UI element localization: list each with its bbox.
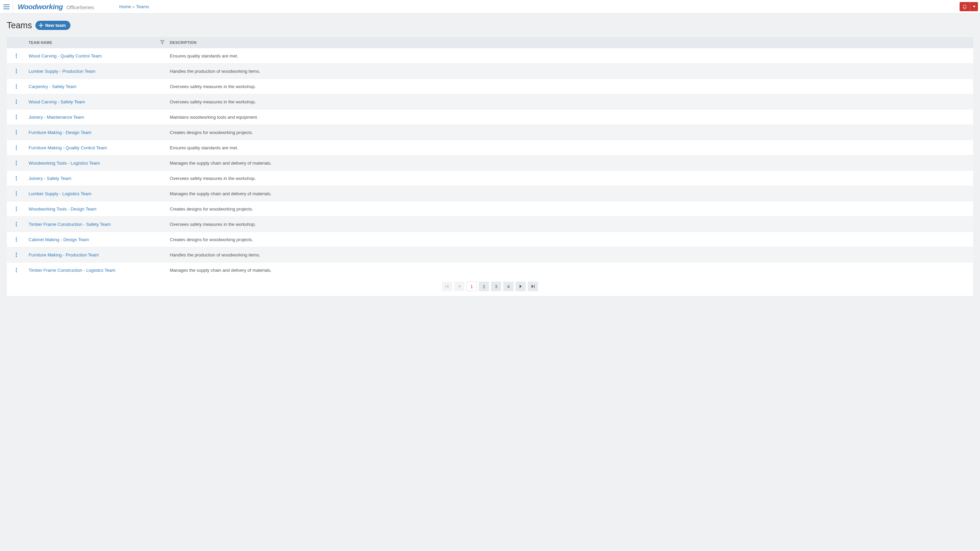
page-3[interactable]: 3 [491,282,501,291]
team-link[interactable]: Cabinet Making - Design Team [29,237,89,242]
svg-point-6 [16,55,17,56]
svg-point-32 [16,191,17,192]
plus-icon [39,23,43,27]
page-1[interactable]: 1 [466,282,477,291]
team-description-cell: Oversees safety measures in the workshop… [167,94,973,110]
menu-toggle[interactable] [0,0,13,14]
alerts-dropdown[interactable] [970,2,978,11]
svg-point-7 [16,57,17,58]
table-row: Furniture Making - Production TeamHandle… [7,247,973,263]
breadcrumb-separator: » [132,5,135,9]
svg-point-33 [16,193,17,194]
row-actions-cell [7,48,26,64]
svg-point-8 [16,69,17,70]
dots-vertical-icon [16,99,17,104]
team-description-cell: Oversees safety measures in the workshop… [167,79,973,94]
page-next[interactable] [515,282,526,291]
team-name-cell: Woodworking Tools - Design Team [26,202,167,217]
last-page-icon [531,285,535,288]
team-link[interactable]: Lumber Supply - Production Team [29,69,95,74]
team-name-cell: Lumber Supply - Production Team [26,64,167,79]
dots-vertical-icon [16,84,17,89]
brand-suffix: OfficeSeries [66,5,94,10]
team-name-cell: Furniture Making - Quality Control Team [26,140,167,156]
team-description-cell: Manages the supply chain and delivery of… [167,186,973,202]
svg-point-38 [16,222,17,223]
table-row: Furniture Making - Design TeamCreates de… [7,125,973,140]
table-row: Woodworking Tools - Design TeamCreates d… [7,202,973,217]
table-row: Timber Frame Construction - Logistics Te… [7,263,973,278]
next-page-icon [519,285,522,288]
page-header: Teams New team [7,21,973,30]
row-menu-button[interactable] [13,251,20,258]
team-link[interactable]: Joinery - Maintenance Team [29,114,84,120]
page-2[interactable]: 2 [479,282,489,291]
team-link[interactable]: Lumber Supply - Logistics Team [29,191,92,196]
svg-rect-4 [39,25,43,26]
page-first[interactable] [442,282,452,291]
dots-vertical-icon [16,237,17,242]
table-row: Wood Carving - Quality Control TeamEnsur… [7,48,973,64]
team-link[interactable]: Carpentry - Safety Team [29,84,76,89]
svg-point-37 [16,210,17,211]
team-link[interactable]: Furniture Making - Design Team [29,130,92,135]
team-link[interactable]: Timber Frame Construction - Logistics Te… [29,268,115,273]
svg-point-22 [16,133,17,134]
new-team-button[interactable]: New team [35,21,71,30]
svg-rect-1 [3,6,10,7]
breadcrumb: Home » Teams [119,4,149,9]
brand-name: Woodworking [18,3,63,11]
svg-point-44 [16,252,17,253]
row-menu-button[interactable] [13,144,20,151]
new-team-label: New team [45,23,66,28]
row-menu-button[interactable] [13,175,20,182]
row-menu-button[interactable] [13,205,20,212]
row-menu-button[interactable] [13,83,20,90]
row-menu-button[interactable] [13,98,20,105]
dots-vertical-icon [16,268,17,272]
team-link[interactable]: Wood Carving - Quality Control Team [29,53,102,59]
row-menu-button[interactable] [13,190,20,197]
row-menu-button[interactable] [13,267,20,273]
column-description[interactable]: Description [167,37,973,48]
row-menu-button[interactable] [13,159,20,166]
team-description-cell: Handles the production of woodworking it… [167,247,973,263]
svg-rect-2 [3,8,10,9]
column-team-name[interactable]: Team Name [26,37,167,48]
svg-point-46 [16,256,17,257]
svg-point-41 [16,237,17,238]
team-link[interactable]: Timber Frame Construction - Safety Team [29,222,111,227]
team-link[interactable]: Wood Carving - Safety Team [29,99,85,105]
filter-button[interactable] [160,40,164,45]
row-menu-button[interactable] [13,68,20,75]
team-description-cell: Manages the supply chain and delivery of… [167,263,973,278]
svg-point-34 [16,195,17,195]
row-menu-button[interactable] [13,236,20,243]
team-link[interactable]: Woodworking Tools - Logistics Team [29,160,100,166]
svg-point-14 [16,99,17,100]
row-menu-button[interactable] [13,221,20,227]
svg-point-36 [16,208,17,209]
team-link[interactable]: Furniture Making - Production Team [29,252,99,257]
team-link[interactable]: Furniture Making - Quality Control Team [29,145,107,150]
team-link[interactable]: Woodworking Tools - Design Team [29,206,96,211]
svg-point-29 [16,176,17,177]
page-last[interactable] [528,282,538,291]
table-row: Joinery - Maintenance TeamMaintains wood… [7,110,973,125]
row-menu-button[interactable] [13,129,20,136]
svg-point-39 [16,224,17,224]
svg-point-9 [16,70,17,71]
row-menu-button[interactable] [13,114,20,121]
team-description-cell: Ensures quality standards are met. [167,140,973,156]
team-name-cell: Carpentry - Safety Team [26,79,167,94]
row-menu-button[interactable] [13,52,20,59]
alerts-button[interactable] [959,2,970,11]
svg-point-40 [16,225,17,226]
breadcrumb-home[interactable]: Home [119,4,131,9]
page-prev[interactable] [454,282,465,291]
page-4[interactable]: 4 [503,282,514,291]
svg-point-31 [16,179,17,180]
svg-rect-50 [445,285,446,288]
teams-table-container: Team Name Description Wood Carving - Qua… [7,37,973,296]
team-link[interactable]: Joinery - Safety Team [29,176,71,181]
